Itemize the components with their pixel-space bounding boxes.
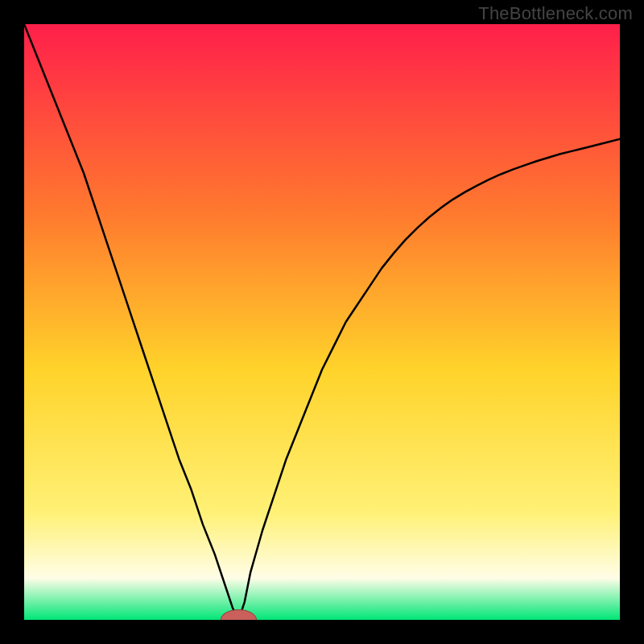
chart-container: TheBottleneck.com (0, 0, 644, 644)
chart-svg (24, 24, 620, 620)
watermark-text: TheBottleneck.com (478, 3, 633, 24)
bottleneck-chart (24, 24, 620, 620)
gradient-background (24, 24, 620, 620)
